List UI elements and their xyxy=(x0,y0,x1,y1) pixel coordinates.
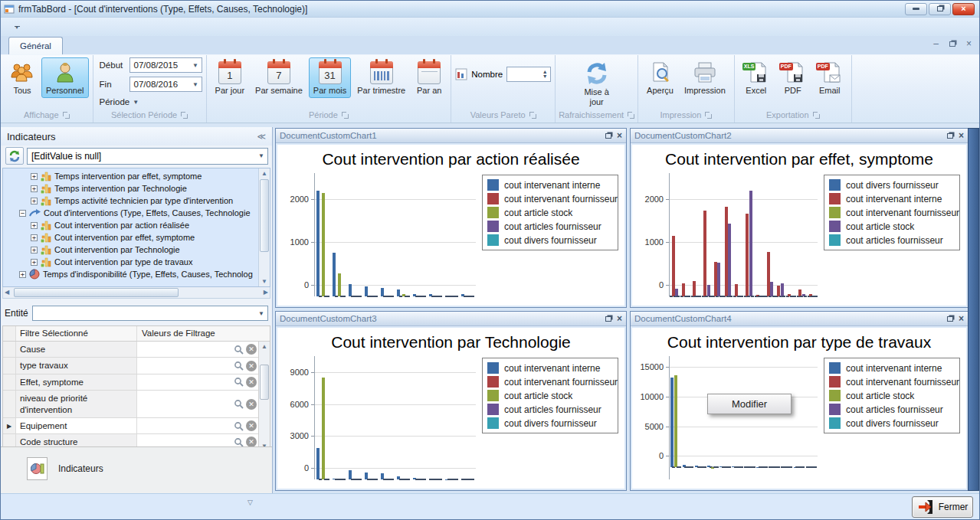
tree-expand-toggle[interactable]: + xyxy=(31,185,38,192)
right-panel-strip[interactable] xyxy=(968,128,979,491)
email-button[interactable]: PDF Email xyxy=(812,57,847,98)
filter-value-cell[interactable]: ✕ xyxy=(137,342,258,357)
tree-expand-toggle[interactable]: + xyxy=(31,234,38,241)
table-row[interactable]: type travaux✕ xyxy=(3,358,270,374)
dialog-launcher-icon[interactable] xyxy=(342,112,349,119)
tree-vertical-scrollbar[interactable]: ▲ ▼ xyxy=(258,168,270,286)
dialog-launcher-icon[interactable] xyxy=(813,112,820,119)
clear-filter-icon[interactable]: ✕ xyxy=(246,361,257,371)
tree-item[interactable]: +Cout intervention par Technologie xyxy=(3,244,257,256)
tree-item[interactable]: +Cout intervention par type de travaux xyxy=(3,256,257,268)
par-semaine-button[interactable]: 7 Par semaine xyxy=(251,57,307,98)
search-icon[interactable] xyxy=(234,399,244,409)
tree-item[interactable]: −Cout d'interventions (Type, Effets, Cau… xyxy=(3,207,257,219)
fermer-button[interactable]: Fermer xyxy=(912,496,973,518)
search-icon[interactable] xyxy=(234,345,244,355)
tab-general[interactable]: Général xyxy=(8,37,63,54)
panel-close-icon[interactable]: × xyxy=(617,315,622,322)
scroll-left-icon[interactable]: ◀ xyxy=(5,289,9,296)
entite-combo[interactable]: ▼ xyxy=(32,306,268,321)
tree-item[interactable]: +Temps intervention par effet, symptome xyxy=(3,170,257,182)
panel-restore-icon[interactable] xyxy=(947,316,953,322)
table-row[interactable]: Cause✕ xyxy=(3,342,270,358)
tree-expand-toggle[interactable]: + xyxy=(19,271,26,278)
search-icon[interactable] xyxy=(234,361,244,371)
tree-expand-toggle[interactable]: + xyxy=(31,222,38,229)
tree-horizontal-scrollbar[interactable]: ◀ ▶ xyxy=(2,287,270,299)
filter-name-cell[interactable]: Cause xyxy=(16,342,137,357)
periode-dropdown[interactable]: Période▼ xyxy=(100,97,139,106)
scroll-right-icon[interactable]: ▶ xyxy=(264,289,268,296)
tree-item[interactable]: +Cout intervention par effet, symptome xyxy=(3,231,257,244)
clear-filter-icon[interactable]: ✕ xyxy=(246,377,257,388)
fin-date-field[interactable]: 07/08/2016▼ xyxy=(129,77,202,92)
tree-item[interactable]: +Temps activité technicien par type d'in… xyxy=(3,195,257,207)
panel-close-icon[interactable]: × xyxy=(959,315,964,322)
search-icon[interactable] xyxy=(234,377,244,387)
table-vertical-scrollbar[interactable]: ▲ ▼ xyxy=(258,342,270,451)
panel-titlebar[interactable]: DocumentCustomChart2× xyxy=(631,129,968,143)
filter-value-cell[interactable]: ✕ xyxy=(137,418,258,433)
tree-expand-toggle[interactable]: + xyxy=(31,198,38,204)
nombre-spinner[interactable]: ▲▼ xyxy=(506,67,551,82)
filter-name-cell[interactable]: niveau de priorité d'intervention xyxy=(16,391,137,417)
debut-date-field[interactable]: 07/08/2015▼ xyxy=(129,57,202,73)
filter-name-cell[interactable]: Effet, symptome xyxy=(16,374,137,390)
filter-name-cell[interactable]: type travaux xyxy=(16,358,137,373)
dialog-launcher-icon[interactable] xyxy=(529,112,536,119)
tree-expand-toggle[interactable]: − xyxy=(19,210,26,217)
clear-filter-icon[interactable]: ✕ xyxy=(246,344,257,355)
panel-close-icon[interactable]: × xyxy=(617,132,622,139)
mdi-close-button[interactable]: × xyxy=(966,38,972,49)
scroll-up-icon[interactable]: ▲ xyxy=(261,170,267,177)
panel-restore-icon[interactable] xyxy=(605,316,611,322)
indicator-combo[interactable]: [EditValue is null] ▼ xyxy=(27,148,268,165)
mdi-restore-button[interactable] xyxy=(949,38,955,49)
scroll-down-icon[interactable]: ▼ xyxy=(261,278,267,285)
mise-a-jour-button[interactable]: Mise à jour xyxy=(574,57,620,109)
collapse-arrow-icon[interactable]: ▽ xyxy=(247,499,253,506)
chevron-down-icon[interactable]: ▼ xyxy=(190,81,202,88)
tous-button[interactable]: Tous xyxy=(5,57,40,98)
refresh-indicators-button[interactable] xyxy=(5,147,24,165)
modifier-popup[interactable]: Modifier xyxy=(707,394,792,414)
panel-titlebar[interactable]: DocumentCustomChart4× xyxy=(631,312,968,326)
apercu-button[interactable]: Aperçu xyxy=(642,57,678,98)
indicateurs-nav-item[interactable]: Indicateurs xyxy=(27,457,103,480)
filter-value-cell[interactable]: ✕ xyxy=(137,374,258,390)
mdi-minimize-button[interactable]: – xyxy=(933,38,939,49)
personnel-button[interactable]: Personnel xyxy=(41,57,89,98)
par-jour-button[interactable]: 1 Par jour xyxy=(211,57,250,98)
chevron-down-icon[interactable]: ▼ xyxy=(255,310,267,317)
tree-item[interactable]: +Temps intervention par Technologie xyxy=(3,182,257,195)
clear-filter-icon[interactable]: ✕ xyxy=(246,420,257,431)
tree-expand-toggle[interactable]: + xyxy=(31,247,38,253)
search-icon[interactable] xyxy=(234,421,244,431)
clear-filter-icon[interactable]: ✕ xyxy=(246,399,257,410)
scroll-up-icon[interactable]: ▲ xyxy=(261,343,267,350)
chevron-down-icon[interactable]: ▼ xyxy=(190,62,202,69)
filter-value-cell[interactable]: ✕ xyxy=(137,358,258,373)
search-icon[interactable] xyxy=(234,437,244,447)
dialog-launcher-icon[interactable] xyxy=(705,112,712,119)
close-button[interactable]: × xyxy=(952,3,975,15)
tree-item[interactable]: +Temps d'indisponibilité (Type, Effets, … xyxy=(3,268,257,280)
par-an-button[interactable]: Par an xyxy=(411,57,447,98)
par-trimestre-button[interactable]: Par trimestre xyxy=(352,57,410,98)
par-mois-button[interactable]: 31 Par mois xyxy=(309,57,351,98)
minimize-button[interactable] xyxy=(905,3,927,15)
panel-restore-icon[interactable] xyxy=(947,133,953,139)
tree-expand-toggle[interactable]: + xyxy=(31,173,38,180)
tree-expand-toggle[interactable]: + xyxy=(31,259,38,266)
panel-titlebar[interactable]: DocumentCustomChart1× xyxy=(276,129,626,143)
table-row[interactable]: niveau de priorité d'intervention✕ xyxy=(3,391,270,418)
chevron-down-icon[interactable]: ▼ xyxy=(255,152,267,159)
qat-customize-icon[interactable]: ▾ xyxy=(11,21,22,32)
dialog-launcher-icon[interactable] xyxy=(628,112,634,119)
table-row[interactable]: ▶Equipement✕ xyxy=(3,418,270,434)
dialog-launcher-icon[interactable] xyxy=(63,112,70,119)
pdf-file-button[interactable]: PDF PDF xyxy=(775,57,811,98)
filter-value-cell[interactable]: ✕ xyxy=(137,391,258,417)
panel-titlebar[interactable]: DocumentCustomChart3× xyxy=(276,312,626,326)
panel-restore-icon[interactable] xyxy=(605,133,611,139)
